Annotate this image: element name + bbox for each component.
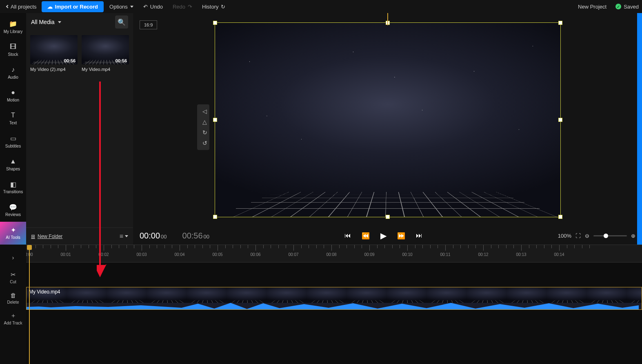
forward-button[interactable]: ⏩ [397, 232, 405, 240]
top-toolbar: All projects ☁Import or Record Options ↶… [0, 0, 642, 13]
options-dropdown[interactable]: Options [105, 2, 138, 11]
ruler-tick-label: 00:03 [136, 252, 147, 257]
sidebar-item-subtitles[interactable]: ▭Subtitles [0, 130, 26, 153]
undo-icon: ↶ [143, 4, 148, 10]
resize-handle[interactable] [558, 21, 562, 25]
clip-label: My Video.mp4 [29, 289, 60, 295]
media-filter-dropdown[interactable]: All Media [31, 19, 61, 25]
rotate-cw-button[interactable]: ↻ [199, 127, 211, 138]
resize-handle[interactable] [558, 118, 562, 122]
media-clip[interactable]: 00:56My Video (2).mp4 [30, 35, 78, 72]
new-folder-button[interactable]: ⊞New Folder [31, 234, 62, 239]
ruler-tick-label: 00:08 [326, 252, 336, 257]
media-panel: All Media 🔍 00:56My Video (2).mp400:56My… [26, 13, 133, 245]
track-area[interactable]: My Video.mp4 [26, 263, 642, 364]
sidebar-item-shapes[interactable]: ▲Shapes [0, 153, 26, 176]
timeline-tools: ›✂Cut🗑Delete＋Add Track [0, 245, 26, 364]
ruler-tick-label: 00:10 [402, 252, 412, 257]
skip-end-button[interactable]: ⏭ [416, 232, 422, 239]
audio-icon: ♪ [9, 66, 17, 73]
motion-icon: ● [9, 89, 17, 96]
sidebar-item-transitions[interactable]: ◧Transitions [0, 176, 26, 199]
ruler-tick-label: 00:12 [478, 252, 488, 257]
timeline-clip[interactable]: My Video.mp4 [26, 287, 642, 310]
sidebar-item-ai-tools[interactable]: ✦AI Tools [0, 222, 26, 245]
media-clip[interactable]: 00:56My Video.mp4 [82, 35, 129, 72]
timeline-tool-expand[interactable]: › [0, 247, 26, 267]
timeline-tool-add-track[interactable]: ＋Add Track [0, 308, 26, 329]
chevron-down-icon [125, 235, 128, 237]
redo-icon: ↷ [188, 4, 192, 10]
fullscreen-button[interactable]: ⛶ [575, 233, 581, 239]
ruler-tick-label: 00:05 [212, 252, 222, 257]
back-to-projects[interactable]: All projects [3, 2, 40, 11]
my library-icon: 📁 [9, 20, 17, 28]
folder-plus-icon: ⊞ [31, 234, 35, 239]
resize-handle[interactable] [386, 215, 390, 219]
stock-icon: 🎞 [9, 43, 17, 51]
right-panel-collapsed[interactable] [637, 13, 642, 245]
redo-button[interactable]: Redo↷ [169, 2, 196, 11]
play-button[interactable]: ▶ [380, 231, 387, 240]
left-sidebar: 📁My Library🎞Stock♪Audio●MotionTText▭Subt… [0, 13, 26, 245]
aspect-ratio-button[interactable]: 16:9 [140, 20, 157, 29]
rewind-button[interactable]: ⏪ [362, 232, 370, 240]
chevron-down-icon [130, 6, 133, 8]
zoom-level: 100% [558, 233, 571, 239]
total-time: 00:5600 [182, 231, 210, 240]
flip-vertical-button[interactable]: △ [199, 117, 211, 127]
resize-handle[interactable] [213, 21, 217, 25]
shapes-icon: ▲ [9, 158, 17, 165]
zoom-slider[interactable] [593, 235, 627, 236]
resize-handle[interactable] [558, 215, 562, 219]
timeline-tool-delete[interactable]: 🗑Delete [0, 288, 26, 308]
zoom-out-button[interactable]: ⊖ [585, 233, 589, 239]
import-record-button[interactable]: ☁Import or Record [42, 1, 104, 12]
flip-horizontal-button[interactable]: ◁ [199, 106, 211, 117]
audio-waveform [27, 302, 639, 309]
timeline-tool-cut[interactable]: ✂Cut [0, 267, 26, 288]
sidebar-item-reviews[interactable]: 💬Reviews [0, 199, 26, 222]
rotate-ccw-button[interactable]: ↺ [199, 138, 211, 148]
sidebar-item-stock[interactable]: 🎞Stock [0, 38, 26, 61]
resize-handle[interactable] [213, 118, 217, 122]
video-canvas[interactable]: ◁ △ ↻ ↺ [215, 22, 561, 217]
check-icon: ✓ [615, 4, 621, 9]
ruler-tick-label: 00:13 [516, 252, 526, 257]
ai tools-icon: ✦ [9, 226, 17, 234]
current-time: 00:0000 [140, 231, 167, 240]
filter-icon: ≡ [120, 233, 123, 240]
skip-start-button[interactable]: ⏮ [344, 232, 351, 239]
sidebar-item-my-library[interactable]: 📁My Library [0, 15, 26, 38]
sidebar-item-text[interactable]: TText [0, 107, 26, 130]
transitions-icon: ◧ [9, 181, 17, 188]
sidebar-item-audio[interactable]: ♪Audio [0, 61, 26, 84]
chevron-down-icon [58, 21, 61, 23]
search-icon: 🔍 [118, 18, 126, 26]
ruler-tick-label: 00:04 [174, 252, 184, 257]
history-button[interactable]: History↻ [198, 2, 229, 11]
undo-button[interactable]: ↶Undo [139, 2, 167, 11]
search-button[interactable]: 🔍 [115, 15, 128, 29]
resize-handle[interactable] [213, 215, 217, 219]
text-icon: T [9, 112, 17, 119]
playhead-indicator-top [387, 13, 388, 25]
timeline: ›✂Cut🗑Delete＋Add Track 00:0000:0100:0200… [0, 245, 642, 364]
ruler-tick-label: 00:02 [98, 252, 109, 257]
ruler-tick-label: 00:11 [440, 252, 450, 257]
project-name[interactable]: New Project [578, 4, 606, 10]
ruler-tick-label: 00:01 [60, 252, 71, 257]
sort-dropdown[interactable]: ≡ [120, 233, 128, 240]
timeline-ruler[interactable]: 00:0000:0100:0200:0300:0400:0500:0600:07… [26, 245, 642, 263]
playhead[interactable] [27, 245, 32, 250]
sidebar-item-motion[interactable]: ●Motion [0, 84, 26, 107]
history-icon: ↻ [221, 4, 225, 10]
ruler-tick-label: 00:14 [554, 252, 564, 257]
zoom-in-button[interactable]: ⊕ [631, 233, 635, 239]
playback-controls: 00:0000 00:5600 ⏮ ⏪ ▶ ⏩ ⏭ 100% ⛶ ⊖ ⊕ [133, 227, 642, 245]
ruler-tick-label: 00:09 [364, 252, 374, 257]
canvas-tools: ◁ △ ↻ ↺ [197, 104, 209, 150]
cloud-upload-icon: ☁ [47, 4, 53, 10]
chevron-left-icon [6, 5, 9, 8]
save-status: ✓Saved [615, 4, 639, 10]
